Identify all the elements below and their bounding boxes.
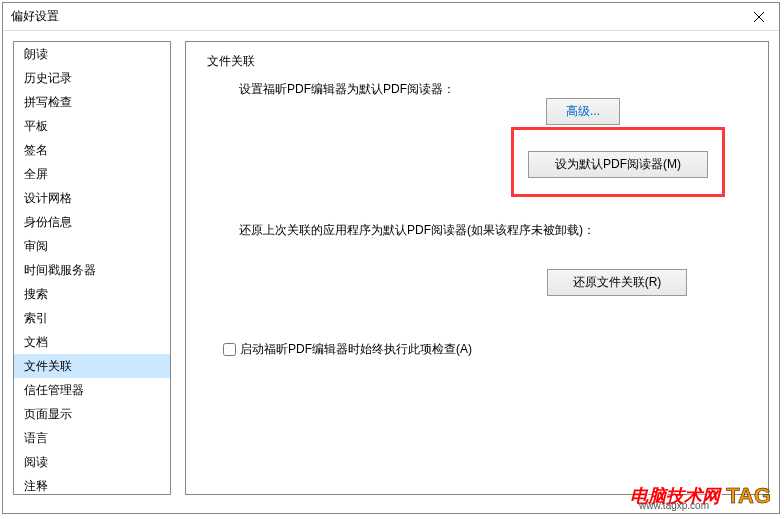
titlebar: 偏好设置 <box>3 3 779 31</box>
sidebar-item[interactable]: 全屏 <box>14 162 170 186</box>
sidebar-item[interactable]: 搜索 <box>14 282 170 306</box>
close-icon <box>754 12 764 22</box>
window-title: 偏好设置 <box>11 8 59 25</box>
sidebar-item[interactable]: 文件关联 <box>14 354 170 378</box>
desc-set-default: 设置福昕PDF编辑器为默认PDF阅读器： <box>239 81 455 98</box>
close-button[interactable] <box>739 3 779 31</box>
sidebar-item[interactable]: 页面显示 <box>14 402 170 426</box>
sidebar-item[interactable]: 平板 <box>14 114 170 138</box>
sidebar-item[interactable]: 阅读 <box>14 450 170 474</box>
sidebar-item[interactable]: 身份信息 <box>14 210 170 234</box>
sidebar-item[interactable]: 文档 <box>14 330 170 354</box>
preferences-window: 偏好设置 朗读历史记录拼写检查平板签名全屏设计网格身份信息审阅时间戳服务器搜索索… <box>2 2 780 514</box>
watermark-tag: TAG <box>726 483 771 509</box>
checkbox-row: 启动福昕PDF编辑器时始终执行此项检查(A) <box>223 341 472 358</box>
sidebar-item[interactable]: 拼写检查 <box>14 90 170 114</box>
sidebar-item[interactable]: 索引 <box>14 306 170 330</box>
panel-title: 文件关联 <box>207 53 255 70</box>
watermark-url: www.tagxp.com <box>639 500 709 511</box>
sidebar[interactable]: 朗读历史记录拼写检查平板签名全屏设计网格身份信息审阅时间戳服务器搜索索引文档文件… <box>13 41 171 495</box>
checkbox-label[interactable]: 启动福昕PDF编辑器时始终执行此项检查(A) <box>240 341 472 358</box>
sidebar-item[interactable]: 信任管理器 <box>14 378 170 402</box>
sidebar-item[interactable]: 审阅 <box>14 234 170 258</box>
main-panel <box>185 41 769 495</box>
sidebar-item[interactable]: 朗读 <box>14 42 170 66</box>
always-check-checkbox[interactable] <box>223 343 236 356</box>
desc-restore: 还原上次关联的应用程序为默认PDF阅读器(如果该程序未被卸载)： <box>239 222 595 239</box>
set-default-button[interactable]: 设为默认PDF阅读器(M) <box>528 151 708 178</box>
advanced-button[interactable]: 高级... <box>546 98 620 125</box>
sidebar-item[interactable]: 签名 <box>14 138 170 162</box>
restore-button[interactable]: 还原文件关联(R) <box>547 269 687 296</box>
sidebar-item[interactable]: 设计网格 <box>14 186 170 210</box>
sidebar-item[interactable]: 时间戳服务器 <box>14 258 170 282</box>
sidebar-item[interactable]: 历史记录 <box>14 66 170 90</box>
sidebar-item[interactable]: 注释 <box>14 474 170 495</box>
sidebar-item[interactable]: 语言 <box>14 426 170 450</box>
